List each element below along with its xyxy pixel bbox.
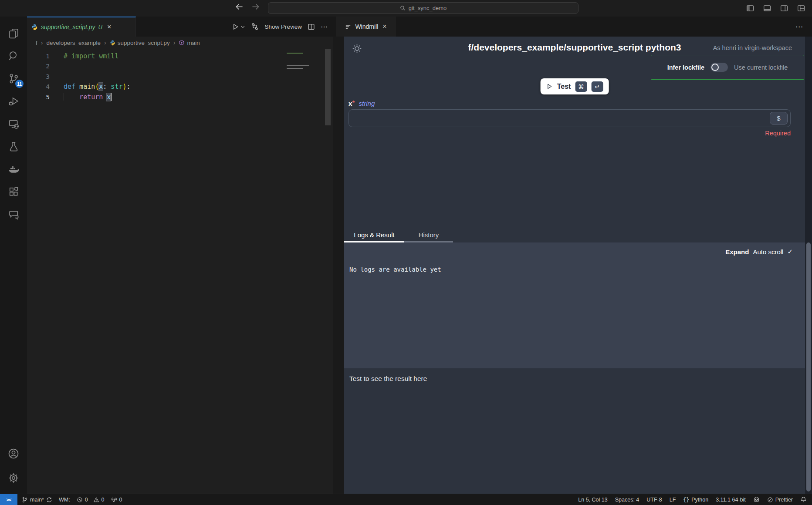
windmill-panel-icon <box>345 24 352 30</box>
eol-item[interactable]: LF <box>670 497 676 503</box>
chevron-right-icon: › <box>173 39 176 46</box>
search-view-icon[interactable] <box>0 44 27 67</box>
notifications-bell-icon[interactable] <box>800 496 807 503</box>
chevron-right-icon: › <box>41 39 43 46</box>
run-debug-icon[interactable] <box>0 90 27 112</box>
expand-button[interactable]: Expand <box>725 248 749 256</box>
arg-input[interactable]: $ <box>348 109 791 127</box>
webview-tab-bar: Windmill × ⋯ <box>333 17 812 37</box>
disabled-circle-icon <box>767 497 773 503</box>
toggle-secondary-sidebar-icon[interactable] <box>780 4 788 12</box>
check-icon[interactable]: ✓ <box>787 248 793 256</box>
highlighted-occurrence: x <box>99 83 103 91</box>
argument-label-row: x* string <box>348 100 375 108</box>
search-icon <box>400 5 406 11</box>
breadcrumb-root[interactable]: f <box>36 40 37 46</box>
testing-icon[interactable] <box>0 135 27 158</box>
enter-key-icon: ↵ <box>591 81 603 92</box>
compare-changes-icon[interactable] <box>251 23 259 30</box>
tab-history[interactable]: History <box>404 229 453 242</box>
text-cursor <box>111 93 112 101</box>
code-line[interactable]: 3 <box>27 71 333 82</box>
breadcrumb-symbol[interactable]: main <box>179 40 200 46</box>
tab-label: Windmill <box>355 23 378 30</box>
test-button[interactable]: Test ⌘ ↵ <box>541 78 609 94</box>
feedback-icon[interactable] <box>753 496 760 503</box>
radio-tower-icon <box>111 497 117 503</box>
chevron-right-icon: › <box>104 39 106 46</box>
no-logs-message: No logs are available yet <box>349 266 441 273</box>
python-file-icon <box>31 24 38 30</box>
extensions-icon[interactable] <box>0 180 27 203</box>
accounts-icon[interactable] <box>0 442 27 465</box>
tab-windmill[interactable]: Windmill × <box>336 17 396 37</box>
comments-icon[interactable] <box>0 203 27 226</box>
tab-close-icon[interactable]: × <box>107 23 111 31</box>
split-editor-icon[interactable] <box>308 23 315 30</box>
variable-picker-button[interactable]: $ <box>770 112 788 125</box>
nav-back-icon[interactable] <box>235 3 244 11</box>
breadcrumb-file[interactable]: supportive_script.py <box>110 40 170 46</box>
command-center[interactable]: git_sync_demo <box>268 2 579 14</box>
tab-git-status: U <box>98 24 102 30</box>
tab-supportive-script[interactable]: supportive_script.py U × <box>27 17 136 37</box>
braces-icon: {} <box>683 497 689 503</box>
arg-type: string <box>359 100 375 107</box>
tab-close-icon[interactable]: × <box>382 23 386 30</box>
settings-gear-icon[interactable] <box>0 467 27 489</box>
remote-explorer-icon[interactable] <box>0 112 27 135</box>
webview-scrollbar[interactable] <box>805 37 812 494</box>
git-branch-item[interactable]: main* <box>22 497 52 503</box>
lockfile-toggle[interactable] <box>710 63 728 72</box>
more-actions-icon[interactable]: ⋯ <box>321 23 328 31</box>
line-number: 2 <box>27 63 50 70</box>
prettier-item[interactable]: Prettier <box>767 497 793 503</box>
editor-scrollbar[interactable] <box>325 49 331 125</box>
line-number: 3 <box>27 73 50 80</box>
line-number: 5 <box>27 94 50 101</box>
workspace-name: git_sync_demo <box>409 5 447 11</box>
line-number: 1 <box>27 53 50 60</box>
encoding-item[interactable]: UTF-8 <box>646 497 662 503</box>
scrollbar-thumb[interactable] <box>806 242 811 492</box>
warning-icon <box>93 497 99 503</box>
use-current-lockfile-label: Use current lockfile <box>734 64 788 71</box>
cursor-position-item[interactable]: Ln 5, Col 13 <box>578 497 607 503</box>
remote-indicator[interactable]: >< <box>0 494 17 505</box>
code-line[interactable]: 4 def main(x: str): <box>27 82 333 92</box>
tab-label: supportive_script.py <box>41 24 95 30</box>
infer-lockfile-label: Infer lockfile <box>667 64 704 71</box>
explorer-icon[interactable] <box>0 22 27 44</box>
editor-group: supportive_script.py U × Show Preview ⋯ <box>27 17 333 494</box>
indentation-item[interactable]: Spaces: 4 <box>615 497 639 503</box>
language-mode-item[interactable]: {} Python <box>683 497 708 503</box>
run-as-label: As henri in virgin-workspace <box>713 44 792 51</box>
toggle-primary-sidebar-icon[interactable] <box>746 4 754 12</box>
source-control-icon[interactable]: 11 <box>0 67 27 90</box>
code-editor[interactable]: 1 # import wmill 2 3 4 def main(x: str):… <box>27 49 333 494</box>
logs-result-tabbar: Logs & Result History <box>344 229 805 242</box>
activity-bar: 11 <box>0 17 27 494</box>
ports-item[interactable]: 0 <box>111 497 122 503</box>
minimap[interactable] <box>287 53 322 69</box>
show-preview-button[interactable]: Show Preview <box>264 24 302 30</box>
auto-scroll-label[interactable]: Auto scroll <box>753 248 783 256</box>
python-interpreter-item[interactable]: 3.11.1 64-bit <box>716 497 746 503</box>
docker-icon[interactable] <box>0 158 27 180</box>
run-python-file-button[interactable] <box>232 23 245 30</box>
logs-panel: Expand Auto scroll ✓ No logs are availab… <box>344 242 805 368</box>
toggle-panel-icon[interactable] <box>763 4 771 12</box>
more-actions-icon[interactable]: ⋯ <box>795 17 803 37</box>
nav-forward-icon[interactable] <box>251 3 260 11</box>
tab-logs-result[interactable]: Logs & Result <box>344 229 404 242</box>
problems-item[interactable]: 0 0 <box>77 497 105 503</box>
breadcrumb-folder[interactable]: developers_example <box>46 40 101 46</box>
sync-icon <box>46 497 52 503</box>
wm-status-item[interactable]: WM: <box>59 497 70 503</box>
indent-guide <box>64 93 64 101</box>
customize-layout-icon[interactable] <box>797 4 805 12</box>
toggle-knob <box>711 64 719 71</box>
code-line-current[interactable]: 5 return x <box>27 92 333 102</box>
test-button-label: Test <box>557 83 571 91</box>
play-icon <box>546 83 553 90</box>
